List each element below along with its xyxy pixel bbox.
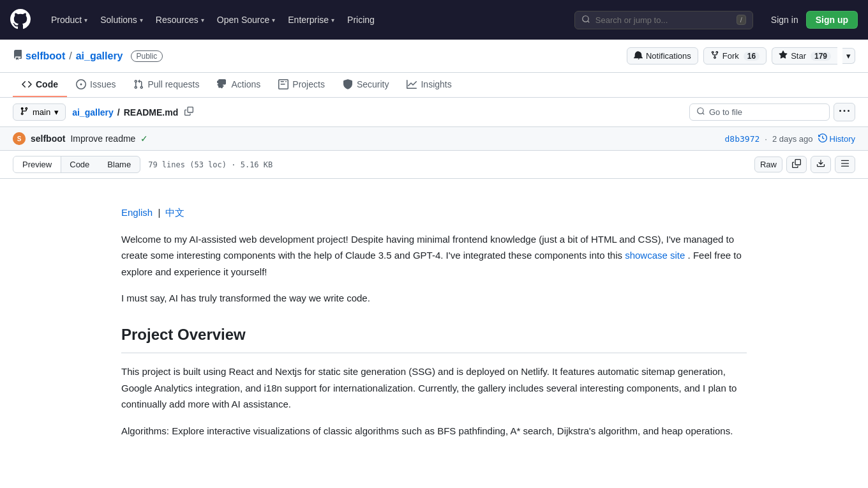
commit-message: Improve readme: [70, 133, 135, 144]
main-nav: Product ▾ Solutions ▾ Resources ▾ Open S…: [46, 12, 380, 27]
copy-path-button[interactable]: [182, 105, 196, 119]
commit-meta: d8b3972 · 2 days ago History: [725, 133, 855, 144]
repo-breadcrumb: selfboot / ai_gallery Public: [13, 50, 163, 63]
actions-icon: [217, 79, 227, 89]
search-icon: [696, 107, 705, 118]
tab-code-label: Code: [36, 79, 58, 89]
file-name: README.md: [124, 107, 179, 118]
nav-open-source[interactable]: Open Source ▾: [212, 12, 281, 27]
nav-resources[interactable]: Resources ▾: [151, 12, 209, 27]
history-icon: [818, 133, 827, 144]
visibility-badge: Public: [131, 50, 163, 62]
project-overview-heading: Project Overview: [121, 322, 747, 354]
svg-text:S: S: [17, 135, 22, 142]
sign-up-button[interactable]: Sign up: [806, 11, 858, 29]
folder-link[interactable]: ai_gallery: [72, 107, 114, 118]
history-label: History: [830, 134, 855, 144]
search-kbd: /: [737, 15, 746, 25]
branch-name: main: [33, 107, 50, 117]
repo-name-link[interactable]: ai_gallery: [76, 50, 123, 62]
format-button[interactable]: [835, 156, 855, 173]
header-right: Sign in Sign up: [771, 11, 858, 29]
readme-body: English | 中文 Welcome to my AI-assisted w…: [121, 192, 747, 462]
nav-pricing[interactable]: Pricing: [342, 12, 380, 27]
algorithms-line: Algorithms: Explore interactive visualiz…: [121, 423, 747, 439]
github-logo[interactable]: [10, 9, 31, 31]
page-wrapper: Product ▾ Solutions ▾ Resources ▾ Open S…: [0, 0, 868, 488]
search-bar[interactable]: /: [574, 11, 753, 29]
project-desc: This project is built using React and Ne…: [121, 363, 747, 413]
breadcrumb-slash: /: [69, 50, 71, 62]
goto-file-search[interactable]: Go to file: [689, 103, 830, 121]
chevron-down-icon: ▾: [84, 17, 87, 24]
history-button[interactable]: History: [818, 133, 855, 144]
chinese-link[interactable]: 中文: [165, 207, 184, 218]
branch-selector[interactable]: main ▾: [13, 103, 66, 121]
more-options-button[interactable]: [834, 103, 855, 121]
top-nav: Product ▾ Solutions ▾ Resources ▾ Open S…: [0, 0, 868, 40]
bell-icon: [634, 50, 643, 61]
insights-icon: [407, 79, 417, 89]
blame-tab[interactable]: Blame: [98, 156, 140, 172]
showcase-link[interactable]: showcase site: [625, 250, 685, 261]
tab-security-label: Security: [357, 79, 389, 89]
ai-line: I must say, AI has truly transformed the…: [121, 290, 747, 307]
goto-file-label: Go to file: [709, 107, 742, 117]
fork-button[interactable]: Fork 16: [703, 47, 767, 65]
copy-raw-button[interactable]: [786, 156, 807, 173]
repo-header: selfboot / ai_gallery Public Notificatio…: [0, 40, 868, 73]
tab-projects[interactable]: Projects: [269, 73, 334, 97]
search-input[interactable]: [595, 15, 731, 25]
tab-insights-label: Insights: [421, 79, 451, 89]
file-breadcrumb: ai_gallery / README.md: [72, 105, 196, 119]
main-content: English | 中文 Welcome to my AI-assisted w…: [0, 179, 868, 475]
chevron-down-icon: ▾: [140, 17, 143, 24]
tab-insights[interactable]: Insights: [398, 73, 460, 97]
download-button[interactable]: [811, 156, 831, 173]
nav-product[interactable]: Product ▾: [46, 12, 93, 27]
raw-actions: Raw: [754, 156, 855, 173]
commit-time: 2 days ago: [772, 134, 813, 144]
notifications-button[interactable]: Notifications: [627, 47, 698, 65]
nav-solutions[interactable]: Solutions ▾: [95, 12, 148, 27]
english-link[interactable]: English: [121, 207, 153, 218]
security-icon: [343, 79, 353, 89]
commit-hash[interactable]: d8b3972: [725, 134, 760, 144]
star-icon: [779, 50, 788, 61]
owner-link[interactable]: selfboot: [26, 50, 65, 62]
path-separator: /: [117, 107, 120, 118]
code-tab[interactable]: Code: [61, 156, 98, 172]
repo-tabs: Code Issues Pull requests Actions Projec…: [0, 73, 868, 98]
pull-request-icon: [133, 79, 144, 89]
tab-code[interactable]: Code: [13, 73, 67, 97]
issues-icon: [76, 79, 86, 89]
tab-issues[interactable]: Issues: [67, 73, 124, 97]
star-count: 179: [811, 52, 831, 61]
commit-author[interactable]: selfboot: [31, 133, 65, 144]
fork-label: Fork: [722, 51, 739, 61]
star-button[interactable]: Star 179: [772, 47, 837, 65]
file-meta: 79 lines (53 loc) · 5.16 KB: [148, 160, 273, 169]
sign-in-button[interactable]: Sign in: [771, 15, 798, 25]
lang-separator: |: [158, 207, 160, 218]
svg-point-0: [583, 15, 588, 21]
fork-count: 16: [744, 52, 760, 61]
search-icon: [581, 15, 590, 26]
svg-point-1: [698, 108, 703, 114]
code-icon: [22, 79, 32, 89]
tab-pull-requests-label: Pull requests: [147, 79, 199, 89]
tab-pull-requests[interactable]: Pull requests: [124, 73, 208, 97]
file-toolbar: main ▾ ai_gallery / README.md Go to file: [0, 98, 868, 126]
language-links: English | 中文: [121, 204, 747, 221]
tab-security[interactable]: Security: [334, 73, 398, 97]
star-label: Star: [791, 51, 806, 61]
nav-enterprise[interactable]: Enterprise ▾: [283, 12, 340, 27]
commit-separator: ·: [765, 134, 767, 144]
star-dropdown-button[interactable]: ▾: [842, 48, 855, 64]
tab-actions[interactable]: Actions: [208, 73, 269, 97]
preview-tab[interactable]: Preview: [13, 156, 61, 172]
chevron-down-icon: ▾: [201, 17, 204, 24]
view-tabs: Preview Code Blame: [13, 156, 140, 173]
raw-button[interactable]: Raw: [754, 156, 782, 172]
branch-chevron-icon: ▾: [54, 107, 59, 117]
